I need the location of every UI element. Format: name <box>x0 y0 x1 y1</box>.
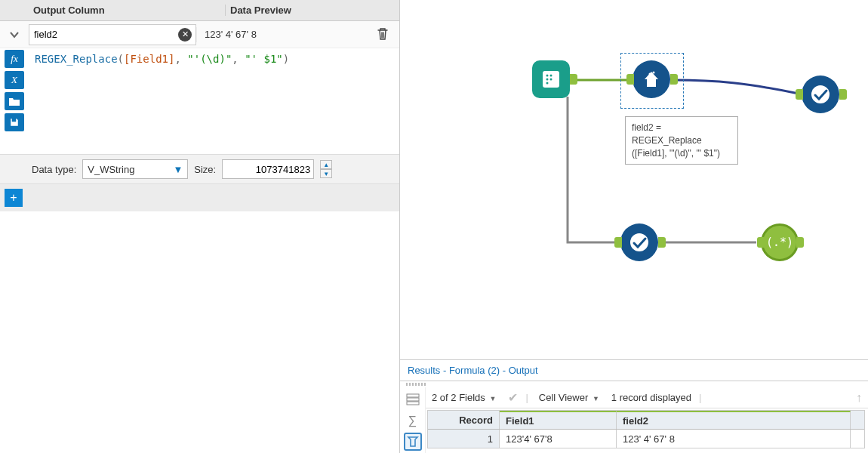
rows-view-icon[interactable] <box>404 390 422 408</box>
svg-rect-11 <box>407 398 419 401</box>
size-input[interactable] <box>222 159 314 179</box>
col-record[interactable]: Record <box>428 411 500 429</box>
browse-tool-2[interactable] <box>620 223 658 261</box>
fx-button[interactable]: fx <box>5 50 24 68</box>
results-header: Results - Formula (2) - Output <box>400 359 868 381</box>
regex-icon: (.*) <box>766 236 793 249</box>
expression-editor[interactable]: REGEX_Replace([Field1], "'(\d)", "' $1") <box>29 48 399 154</box>
svg-point-9 <box>630 233 648 251</box>
expression-tools: fx X <box>0 48 29 154</box>
col-field1[interactable]: Field1 <box>500 411 617 429</box>
size-spinner[interactable]: ▲ ▼ <box>320 160 332 178</box>
x-button[interactable]: X <box>5 71 24 89</box>
col-field2[interactable]: field2 <box>617 411 851 429</box>
add-expression-button[interactable]: + <box>5 189 23 207</box>
sigma-icon[interactable]: ∑ <box>404 411 422 430</box>
header-output-column: Output Column <box>29 5 225 16</box>
table-row[interactable]: 1 123'4' 67'8 123' 4' 67' 8 <box>428 430 864 448</box>
grip-handle[interactable] <box>400 381 868 387</box>
formula-config-panel: Output Column Data Preview ✕ 123' 4' 67'… <box>0 0 400 453</box>
data-type-select[interactable]: V_WString ▼ <box>82 159 188 179</box>
data-type-label: Data type: <box>32 164 76 175</box>
header-data-preview: Data Preview <box>225 5 399 16</box>
spin-down-icon[interactable]: ▼ <box>320 169 332 178</box>
regex-tool[interactable]: (.*) <box>761 223 799 261</box>
formula-tooltip: field2 = REGEX_Replace ([Field1], "'(\d)… <box>625 116 738 165</box>
formula-tool[interactable] <box>633 60 670 98</box>
caret-down-icon: ▼ <box>173 164 183 175</box>
grid-header: Record Field1 field2 <box>428 411 864 430</box>
svg-point-1 <box>546 75 549 77</box>
output-column-input[interactable] <box>29 24 196 45</box>
metadata-icon[interactable] <box>404 433 422 451</box>
results-toolbar: 2 of 2 Fields ▼ ✔ | Cell Viewer ▼ 1 reco… <box>426 387 868 408</box>
output-column-row: ✕ 123' 4' 67' 8 <box>0 21 399 48</box>
arrow-up-icon[interactable]: ↑ <box>856 391 862 405</box>
fields-dropdown[interactable]: 2 of 2 Fields ▼ <box>429 390 500 405</box>
check-icon[interactable]: ✔ <box>508 390 518 405</box>
trash-icon[interactable] <box>377 27 392 42</box>
caret-down-icon: ▼ <box>591 395 601 402</box>
results-panel: Results - Formula (2) - Output ∑ 2 of 2 … <box>400 359 868 453</box>
results-grid[interactable]: Record Field1 field2 1 123'4' 67'8 123' … <box>427 410 865 448</box>
cell-viewer-dropdown[interactable]: Cell Viewer ▼ <box>536 390 604 405</box>
size-label: Size: <box>194 164 216 175</box>
data-preview-value: 123' 4' 67' 8 <box>205 29 257 40</box>
svg-rect-10 <box>407 394 419 397</box>
spin-up-icon[interactable]: ▲ <box>320 160 332 169</box>
svg-rect-12 <box>407 402 419 405</box>
svg-point-8 <box>811 85 830 103</box>
svg-point-7 <box>653 72 655 74</box>
save-icon[interactable] <box>5 113 24 131</box>
caret-down-icon: ▼ <box>488 395 497 402</box>
svg-point-3 <box>546 79 549 81</box>
records-displayed-label: 1 record displayed <box>611 392 691 403</box>
svg-point-6 <box>649 73 651 76</box>
svg-point-2 <box>550 75 553 77</box>
svg-point-4 <box>550 79 553 81</box>
text-input-tool[interactable] <box>532 60 570 98</box>
datatype-row: Data type: V_WString ▼ Size: ▲ ▼ <box>0 154 399 184</box>
chevron-down-icon[interactable] <box>9 29 20 40</box>
browse-tool-1[interactable] <box>802 76 839 113</box>
workflow-canvas[interactable]: field2 = REGEX_Replace ([Field1], "'(\d)… <box>400 0 868 359</box>
clear-icon[interactable]: ✕ <box>178 28 192 42</box>
config-header: Output Column Data Preview <box>0 0 399 21</box>
folder-open-icon[interactable] <box>5 92 24 110</box>
svg-point-5 <box>546 82 549 85</box>
